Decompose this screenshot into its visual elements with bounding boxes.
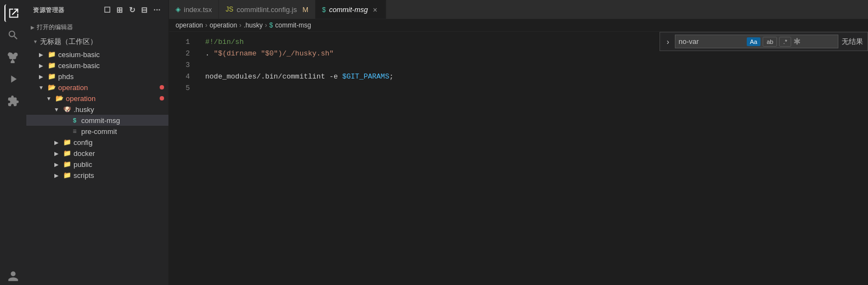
editor-content: › Aa ab .* ✱ 无结果 1 2 3 4 5 #!/bin/sh . "… [169, 32, 868, 285]
list-item[interactable]: ▶ 📁 config [26, 137, 168, 148]
list-item[interactable]: $ commit-msg [26, 115, 168, 126]
code-line [205, 59, 868, 71]
modified-badge [160, 96, 164, 100]
find-input[interactable] [679, 37, 745, 46]
file-tree: ▶ 📁 cesium-basic ▶ 📁 cesium-basic ▶ 📁 ph… [26, 49, 168, 285]
folder-label: public [74, 160, 92, 169]
run-icon[interactable] [4, 70, 22, 88]
breadcrumb-part: commit-msg [275, 21, 311, 29]
tsx-icon: ◈ [176, 5, 181, 13]
asterisk-icon[interactable]: ✱ [793, 36, 801, 47]
list-item[interactable]: ▼ 📂 operation [26, 82, 168, 93]
line-number: 2 [169, 48, 190, 59]
activity-bar [0, 0, 26, 285]
breadcrumb-part: operation [176, 21, 203, 29]
breadcrumb-part: .husky [244, 21, 263, 29]
tab-label: index.tsx [184, 5, 212, 14]
new-folder-icon[interactable]: ⊞ [115, 4, 125, 15]
list-item[interactable]: ▶ 📁 docker [26, 148, 168, 159]
file-label: commit-msg [81, 116, 120, 125]
list-item[interactable]: ▶ 📁 cesium-basic [26, 49, 168, 60]
find-input-wrap: Aa ab .* ✱ [675, 35, 838, 48]
more-button[interactable]: ··· [153, 4, 162, 15]
tab-label: commit-msg [329, 5, 368, 14]
line-numbers: 1 2 3 4 5 [169, 32, 196, 285]
folder-label: operation [58, 83, 88, 92]
breadcrumb-icon: $ [269, 21, 273, 29]
refresh-icon[interactable]: ↻ [128, 4, 137, 15]
list-item[interactable]: ▶ 📁 scripts [26, 170, 168, 181]
regex-button[interactable]: .* [779, 37, 791, 47]
tabs-bar: ◈ index.tsx JS commitlint.config.js M $ … [169, 0, 868, 19]
tab-commit-msg[interactable]: $ commit-msg × [315, 0, 386, 19]
tab-label: commitlint.config.js [236, 5, 297, 14]
match-case-button[interactable]: Aa [747, 37, 760, 46]
line-number: 3 [169, 59, 190, 71]
account-icon[interactable] [4, 267, 22, 285]
tab-commitlint-config[interactable]: JS commitlint.config.js M [219, 0, 315, 19]
list-item[interactable]: ▶ 📁 public [26, 159, 168, 170]
find-expand-icon[interactable]: › [664, 36, 672, 47]
open-editors-label: 打开的编辑器 [37, 23, 73, 31]
folder-label: cesium-basic [58, 62, 100, 70]
line-number: 4 [169, 71, 190, 82]
workspace-section[interactable]: ▼ 无标题（工作区） [26, 35, 168, 49]
folder-label: scripts [74, 171, 94, 180]
collapse-icon[interactable]: ⊟ [140, 4, 149, 15]
breadcrumb: operation › operation › .husky › $ commi… [169, 19, 868, 32]
sh-icon: $ [322, 6, 326, 14]
explorer-icon[interactable] [4, 4, 22, 22]
code-line: node_modules/.bin/commitlint -e $GIT_PAR… [205, 71, 868, 82]
line-number: 5 [169, 82, 190, 94]
open-editors-section[interactable]: ▶ 打开的编辑器 [26, 20, 168, 35]
list-item[interactable]: ▶ 📁 cesium-basic [26, 60, 168, 71]
folder-label: docker [74, 149, 95, 158]
line-number: 1 [169, 36, 190, 48]
folder-label: config [74, 138, 93, 147]
find-widget: › Aa ab .* ✱ 无结果 [660, 32, 868, 51]
no-result-label: 无结果 [842, 37, 863, 47]
code-editor[interactable]: #!/bin/sh . "$(dirname "$0")/_/husky.sh"… [196, 32, 868, 285]
sidebar-header: 资源管理器 ☐ ⊞ ↻ ⊟ ··· [26, 0, 168, 20]
folder-label: phds [58, 72, 74, 81]
sidebar-title: 资源管理器 [33, 6, 65, 14]
extensions-icon[interactable] [4, 92, 22, 110]
sidebar-header-icons: ☐ ⊞ ↻ ⊟ ··· [103, 4, 162, 15]
list-item[interactable]: ≡ pre-commit [26, 126, 168, 137]
code-line [205, 82, 868, 94]
source-control-icon[interactable] [4, 48, 22, 66]
search-icon[interactable] [4, 26, 22, 44]
list-item[interactable]: ▼ 🐶 .husky [26, 104, 168, 115]
folder-label: operation [66, 94, 95, 103]
js-icon: JS [226, 5, 233, 13]
sidebar: 资源管理器 ☐ ⊞ ↻ ⊟ ··· ▶ 打开的编辑器 ▼ 无标题（工作区） ▶ … [26, 0, 169, 285]
breadcrumb-part: operation [210, 21, 237, 29]
file-label: pre-commit [81, 127, 117, 136]
modified-badge [160, 85, 164, 90]
modified-indicator: M [302, 5, 308, 14]
folder-label: .husky [74, 105, 94, 114]
new-file-icon[interactable]: ☐ [103, 4, 112, 15]
editor-area: ◈ index.tsx JS commitlint.config.js M $ … [169, 0, 868, 285]
match-word-button[interactable]: ab [763, 37, 777, 47]
tab-index-tsx[interactable]: ◈ index.tsx [169, 0, 219, 19]
workspace-label: 无标题（工作区） [40, 37, 97, 47]
close-tab-icon[interactable]: × [371, 5, 379, 15]
list-item[interactable]: ▼ 📂 operation [26, 93, 168, 104]
list-item[interactable]: ▶ 📁 phds [26, 71, 168, 82]
folder-label: cesium-basic [58, 51, 100, 59]
